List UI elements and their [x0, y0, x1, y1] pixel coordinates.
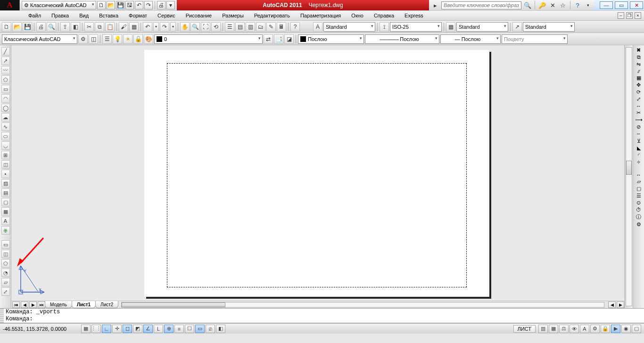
mdi-minimize-button[interactable]: –	[618, 12, 624, 19]
qat-open-icon[interactable]: 📂	[107, 1, 115, 9]
scroll-left-icon[interactable]: ◀	[608, 302, 616, 308]
rectangle-icon[interactable]: ▭	[1, 85, 10, 93]
dimstyle-icon[interactable]: ⟟	[380, 22, 389, 32]
menu-window[interactable]: Окно	[347, 12, 368, 19]
annoscale-icon[interactable]: ⚖	[559, 325, 569, 333]
menu-format[interactable]: Формат	[124, 12, 152, 19]
menu-modify[interactable]: Редактировать	[249, 12, 295, 19]
list-icon[interactable]: ☰	[636, 193, 641, 199]
ellipse-icon[interactable]: ⬭	[1, 132, 10, 140]
exchange-icon[interactable]: ✕	[548, 1, 557, 9]
model-paper-toggle[interactable]: ЛИСТ	[513, 325, 536, 333]
chamfer-icon[interactable]: ◣	[637, 145, 641, 151]
mdi-restore-button[interactable]: ❐	[626, 12, 633, 19]
sheetset-icon[interactable]: 🗂	[256, 22, 265, 32]
tpy-icon[interactable]: ☐	[185, 325, 194, 333]
mirror-icon[interactable]: ⇋	[636, 61, 641, 67]
dimstyle-combo[interactable]: ISO-25	[390, 22, 442, 32]
fillet-icon[interactable]: ◜	[638, 152, 640, 158]
tablestyle-icon[interactable]: ▦	[446, 22, 455, 32]
clean-screen-icon[interactable]: ▢	[632, 325, 641, 333]
markup-icon[interactable]: ✎	[266, 22, 276, 32]
3ddwf-icon[interactable]: ◧	[71, 22, 80, 32]
spline-icon[interactable]: ∿	[1, 122, 10, 131]
binoculars-icon[interactable]: 🔍	[523, 1, 532, 9]
redo-dropdown-icon[interactable]: ▾	[170, 22, 176, 32]
region-icon[interactable]: ▢	[1, 198, 10, 206]
isolate-icon[interactable]: ◉	[621, 325, 631, 333]
color-combo[interactable]: Послою	[298, 34, 364, 44]
tab-model[interactable]: Модель	[45, 301, 72, 308]
h-scrollbar[interactable]	[121, 302, 604, 308]
region2-icon[interactable]: ▢	[636, 186, 641, 192]
menu-insert[interactable]: Вставка	[94, 12, 123, 19]
quickcalc-icon[interactable]: 🖩	[277, 22, 286, 32]
qp-icon[interactable]: ▭	[195, 325, 205, 333]
vports-2-icon[interactable]: ◫	[1, 250, 10, 258]
extend-icon[interactable]: ⟶	[635, 117, 643, 123]
hatch-icon[interactable]: ▨	[1, 179, 10, 188]
layer-on-icon[interactable]: 💡	[113, 34, 122, 44]
layer-prev-icon[interactable]: ⇄	[264, 34, 273, 44]
mleaderstyle-icon[interactable]: ↗	[512, 22, 522, 32]
table-icon[interactable]: ▦	[1, 207, 10, 216]
layer-combo[interactable]: 0	[154, 34, 263, 44]
layer-freeze-icon[interactable]: ☀	[123, 34, 132, 44]
zoom-prev-icon[interactable]: ⟲	[211, 22, 221, 32]
grid-icon[interactable]: ⋮⋮	[91, 325, 101, 333]
polar-icon[interactable]: ✛	[112, 325, 122, 333]
stretch-icon[interactable]: ↔	[636, 103, 641, 109]
redo-icon[interactable]: ↷	[160, 22, 169, 32]
tab-first-icon[interactable]: ⏮	[12, 302, 20, 308]
help-icon[interactable]: ?	[290, 22, 300, 32]
dyn-icon[interactable]: ⊕	[164, 325, 173, 333]
osnap-icon[interactable]: ◻	[123, 325, 132, 333]
menu-draw[interactable]: Рисование	[181, 12, 216, 19]
join-icon[interactable]: ⊻	[637, 138, 641, 144]
erase-icon[interactable]: ✖	[636, 47, 641, 53]
trim-icon[interactable]: ✂	[636, 110, 641, 116]
vports-1-icon[interactable]: ▭	[1, 240, 10, 249]
toolbar-lock-icon[interactable]: 🔒	[601, 325, 610, 333]
tab-sheet2[interactable]: Лист2	[95, 301, 118, 308]
designcenter-icon[interactable]: ▤	[235, 22, 245, 32]
annovis-icon[interactable]: 👁	[570, 325, 579, 333]
textstyle-combo[interactable]: Standard	[323, 22, 375, 32]
copy2-icon[interactable]: ⧉	[637, 54, 641, 60]
layer-state-icon[interactable]: 📑	[274, 34, 283, 44]
offset-icon[interactable]: ⫽	[636, 68, 641, 74]
publish-icon[interactable]: ⇪	[60, 22, 70, 32]
qat-saveas-icon[interactable]: 🖫	[125, 1, 134, 9]
time-icon[interactable]: ⏱	[636, 207, 641, 212]
quickview-layouts-icon[interactable]: ▥	[538, 325, 548, 333]
maximize-button[interactable]: ▭	[615, 1, 628, 9]
command-line[interactable]: Команда: _vports Команда:	[0, 308, 644, 323]
vports-obj-icon[interactable]: ◔	[1, 269, 10, 277]
lwt-icon[interactable]: ≡	[174, 325, 184, 333]
coordinates-readout[interactable]: -46.5531, 115.3728, 0.0000	[3, 326, 78, 332]
workspace-selector[interactable]: ⚙ Классический AutoCAD	[22, 1, 96, 9]
tablestyle-combo[interactable]: Standard	[456, 22, 508, 32]
toolpalettes-icon[interactable]: ▥	[246, 22, 255, 32]
polygon-icon[interactable]: ⬠	[1, 75, 10, 84]
paper-space[interactable]: Y X	[11, 45, 624, 301]
mdi-close-button[interactable]: ×	[635, 12, 641, 19]
layer-color-icon[interactable]: 🎨	[144, 34, 153, 44]
subscription-icon[interactable]: 🔑	[538, 1, 546, 9]
move-icon[interactable]: ✥	[636, 82, 641, 88]
help-dropdown-icon[interactable]: ▾	[584, 1, 592, 9]
minimize-button[interactable]: —	[600, 1, 613, 9]
array-icon[interactable]: ▦	[636, 75, 641, 81]
annoauto-icon[interactable]: A	[580, 325, 589, 333]
zoom-window-icon[interactable]: ⛶	[201, 22, 210, 32]
copy-icon[interactable]: ⧉	[95, 22, 104, 32]
sc-icon[interactable]: ⎚	[206, 325, 215, 333]
vports-poly-icon[interactable]: ⬠	[1, 259, 10, 268]
infocenter-arrow-icon[interactable]: ▸	[431, 1, 439, 9]
explode-icon[interactable]: ✧	[636, 159, 641, 165]
vports-scale-icon[interactable]: ⤢	[1, 287, 10, 296]
scroll-right-icon[interactable]: ▶	[617, 302, 624, 308]
ducs-icon[interactable]: L	[154, 325, 163, 333]
pan-icon[interactable]: ✋	[180, 22, 190, 32]
mleaderstyle-combo[interactable]: Standard	[523, 22, 575, 32]
